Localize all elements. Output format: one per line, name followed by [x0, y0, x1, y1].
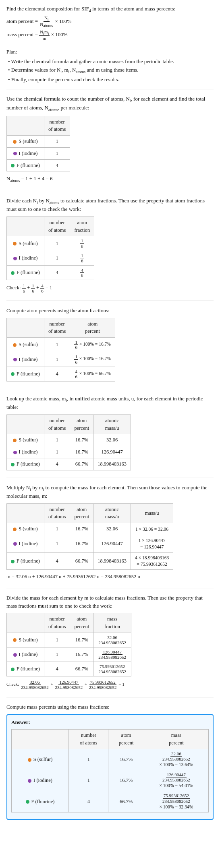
f-pct-3: 46 × 100% = 66.7%: [70, 367, 115, 381]
i-atoms-1: 1: [44, 147, 70, 159]
dot-f-7: [26, 800, 29, 804]
col-num-5: numberof atoms: [44, 503, 70, 523]
dot-i-5: [13, 542, 17, 546]
f-mass-5: 4 × 18.998403163= 75.993612652: [131, 553, 173, 570]
s-atoms-7: 1: [69, 749, 108, 770]
dot-s-1: [13, 140, 17, 144]
dot-s-6: [13, 638, 17, 642]
section-2: Divide each Ni by Natoms to calculate at…: [6, 197, 214, 293]
table-row: F (fluorine) 4 66.7% 18.998403163: [7, 458, 131, 470]
col-el-5: [7, 503, 44, 523]
col-element-1: [7, 116, 44, 136]
table-row: S (sulfur) 1 16 × 100% = 16.7%: [7, 338, 115, 352]
s-pct-4: 16.7%: [70, 434, 93, 446]
divider-4: [6, 389, 214, 389]
section-5-text: Multiply Ni by mi to compute the mass fo…: [6, 484, 214, 500]
f-pct-5: 66.7%: [70, 553, 93, 570]
element-i-4: I (iodine): [7, 446, 44, 458]
table-row: F (fluorine) 4 46: [7, 265, 94, 280]
section-4-text: Look up the atomic mass, mi, in unified …: [6, 395, 214, 411]
i-amass-5: 126.90447: [93, 535, 131, 552]
element-s-6: S (sulfur): [7, 633, 44, 647]
atom-percent-formula: atom percent = NiNatoms × 100%: [6, 15, 214, 28]
section-6-table: numberof atoms atompercent massfraction …: [6, 613, 131, 676]
table-row: I (iodine) 1 16 × 100% = 16.7%: [7, 352, 115, 367]
i-pct-3: 16 × 100% = 16.7%: [70, 352, 115, 367]
divider-1: [6, 89, 214, 89]
i-pct-4: 16.7%: [70, 446, 93, 458]
col-mfrac-6: massfraction: [93, 613, 131, 633]
col-num-4: numberof atoms: [44, 414, 70, 434]
s-atoms-1: 1: [44, 136, 70, 148]
s-mass-5: 1 × 32.06 = 32.06: [131, 523, 173, 535]
section-5: Multiply Ni by mi to compute the mass fo…: [6, 484, 214, 581]
col-amass-5: atomicmass/u: [93, 503, 131, 523]
i-atoms-5: 1: [44, 535, 70, 552]
col-pct-3: atompercent: [70, 318, 115, 338]
dot-s-3: [13, 343, 17, 347]
section-4-table: numberof atoms atompercent atomicmass/u …: [6, 414, 131, 470]
dot-s-2: [13, 242, 17, 245]
f-atoms-6: 4: [44, 662, 70, 676]
divider-2: [6, 191, 214, 191]
dot-s-7: [28, 758, 31, 762]
table-row: I (iodine) 1 16.7% 126.90447234.95808265…: [7, 647, 131, 662]
i-atoms-6: 1: [44, 647, 70, 662]
table-row: S (sulfur) 1 16.7% 32.06234.958082652: [7, 633, 131, 647]
table-row: I (iodine) 1 16.7% 126.90447: [7, 446, 131, 458]
dot-s-4: [13, 439, 17, 442]
element-s-7: S (sulfur): [12, 749, 69, 770]
col-pct-7: atompercent: [108, 730, 144, 749]
col-num-6: numberof atoms: [44, 613, 70, 633]
dot-i-6: [13, 653, 17, 657]
answer-box: Answer: numberof atoms atompercent massp…: [6, 714, 214, 820]
plan-item-2: Determine values for Ni, mi, Natoms and …: [8, 66, 214, 75]
col-el-7: [12, 730, 69, 749]
table-row: S (sulfur) 1 16.7% 32.06: [7, 434, 131, 446]
table-row: I (iodine) 1 16.7% 126.90447234.95808265…: [12, 770, 209, 791]
i-pct-7: 16.7%: [108, 770, 144, 791]
check-line-6: Check: 32.06234.958082652 + 126.90447234…: [6, 680, 214, 690]
section-3-table: numberof atoms atompercent S (sulfur) 1 …: [6, 318, 115, 381]
mass-percent-formula: mass percent = Nimim × 100%: [6, 29, 214, 41]
element-f-3: F (fluorine): [7, 367, 44, 381]
dot-f-5: [11, 560, 15, 563]
col-el-4: [7, 414, 44, 434]
dot-i-3: [13, 358, 17, 361]
col-mpct-7: masspercent: [144, 730, 208, 749]
section-4: Look up the atomic mass, mi, in unified …: [6, 395, 214, 470]
f-pct-7: 66.7%: [108, 791, 144, 812]
element-f-4: F (fluorine): [7, 458, 44, 470]
intro-section: Find the elemental composition for SIF4 …: [6, 5, 214, 41]
element-s-3: S (sulfur): [7, 338, 44, 352]
s-pct-7: 16.7%: [108, 749, 144, 770]
dot-i-1: [13, 152, 17, 155]
table-row: F (fluorine) 4 66.7% 75.993612652234.958…: [7, 662, 131, 676]
col-num-3: numberof atoms: [44, 318, 70, 338]
divider-5: [6, 478, 214, 478]
section-5-table: numberof atoms atompercent atomicmass/u …: [6, 503, 173, 570]
element-s-4: S (sulfur): [7, 434, 44, 446]
i-mass-4: 126.90447: [93, 446, 131, 458]
table-row: F (fluorine) 4 66.7% 18.998403163 4 × 18…: [7, 553, 173, 570]
dot-f-2: [11, 271, 15, 275]
f-atoms-4: 4: [44, 458, 70, 470]
col-num-atoms-1: numberof atoms: [44, 116, 70, 136]
col-pct-5: atompercent: [70, 503, 93, 523]
element-i-2: I (iodine): [7, 251, 44, 265]
f-atoms-3: 4: [44, 367, 70, 381]
plan-title: Plan:: [6, 48, 214, 56]
col-mass-4: atomicmass/u: [93, 414, 131, 434]
col-el-6: [7, 613, 44, 633]
f-pct-6: 66.7%: [70, 662, 93, 676]
f-atoms-5: 4: [44, 553, 70, 570]
section-1: Use the chemical formula to count the nu…: [6, 95, 214, 183]
i-frac-2: 16: [70, 251, 94, 265]
total-mass-eq: m = 32.06 u + 126.90447 u + 75.993612652…: [6, 573, 214, 581]
element-s-5: S (sulfur): [7, 523, 44, 535]
col-num-2: numberof atoms: [44, 216, 70, 236]
s-frac-2: 16: [70, 236, 94, 251]
i-atoms-4: 1: [44, 446, 70, 458]
i-pct-6: 16.7%: [70, 647, 93, 662]
section-3: Compute atom percents using the atom fra…: [6, 307, 214, 381]
